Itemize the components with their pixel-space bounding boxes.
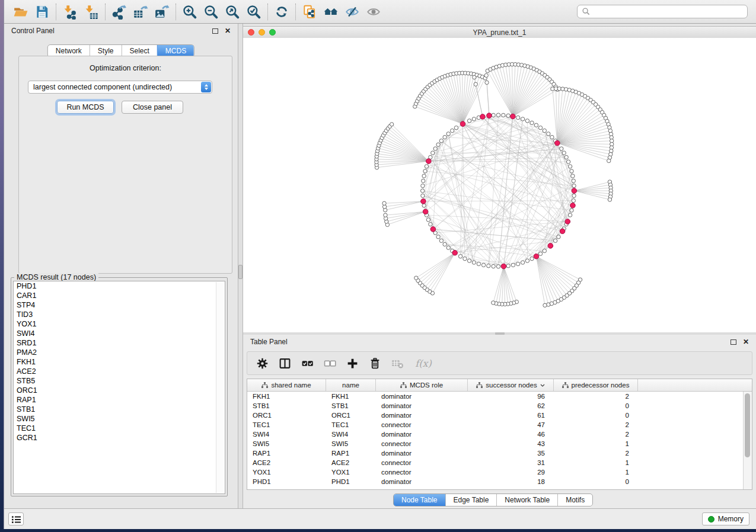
close-window-icon[interactable]	[248, 29, 254, 36]
add-icon[interactable]	[346, 357, 359, 370]
show-all-icon[interactable]	[363, 2, 384, 21]
graph-node	[571, 174, 575, 178]
network-canvas[interactable]	[243, 38, 756, 333]
tab-motifs[interactable]: Motifs	[557, 494, 592, 506]
export-image-icon[interactable]	[151, 2, 173, 21]
graph-node	[467, 119, 471, 123]
tab-network[interactable]: Network	[48, 45, 90, 57]
mcds-result-item[interactable]: YOX1	[14, 319, 225, 329]
float-panel-icon[interactable]	[731, 339, 736, 345]
search-field[interactable]	[577, 5, 748, 18]
table-row[interactable]: TEC1TEC1connector472	[247, 420, 752, 430]
graph-node	[550, 135, 554, 139]
scrollbar-thumb[interactable]	[745, 393, 750, 457]
table-cell: dominator	[376, 393, 468, 400]
column-header-successor-nodes[interactable]: successor nodes	[468, 379, 554, 391]
memory-label: Memory	[718, 515, 744, 523]
tab-edge-table[interactable]: Edge Table	[445, 494, 497, 506]
table-row[interactable]: YOX1YOX1connector291	[247, 467, 752, 477]
table-row[interactable]: ORC1ORC1dominator610	[247, 411, 752, 420]
graph-node	[568, 213, 572, 217]
zoom-fit-icon[interactable]	[222, 2, 243, 21]
mcds-result-item[interactable]: GCR1	[14, 433, 225, 443]
deselect-all-icon[interactable]	[323, 357, 336, 370]
graph-node	[433, 147, 437, 150]
mcds-result-list[interactable]: PHD1CAR1STP4TID3YOX1SWI4SRD1PMA2FKH1ACE2…	[13, 281, 225, 494]
mcds-result-item[interactable]: ORC1	[14, 386, 225, 395]
first-neighbors-icon[interactable]	[320, 2, 342, 21]
table-row[interactable]: STB1STB1dominator620	[247, 401, 752, 411]
tab-select[interactable]: Select	[122, 45, 157, 57]
table-cell: 29	[468, 469, 554, 476]
splitter-grip[interactable]	[238, 265, 243, 279]
refresh-layout-icon[interactable]	[271, 2, 292, 21]
mcds-result-item[interactable]: STP4	[14, 300, 225, 310]
network-window-titlebar[interactable]: YPA_prune.txt_1	[243, 27, 756, 39]
close-panel-icon[interactable]: ✕	[225, 28, 231, 34]
table-header: shared namenameMCDS rolesuccessor nodesp…	[247, 379, 752, 392]
mcds-result-item[interactable]: PMA2	[14, 348, 225, 357]
tab-mcds[interactable]: MCDS	[157, 45, 194, 57]
table-row[interactable]: FKH1FKH1dominator962	[247, 392, 752, 401]
tab-network-table[interactable]: Network Table	[496, 494, 557, 506]
mcds-result-item[interactable]: RAP1	[14, 395, 225, 405]
zoom-selected-icon[interactable]	[243, 2, 264, 21]
column-header-name[interactable]: name	[326, 379, 376, 391]
mcds-result-item[interactable]: SRD1	[14, 338, 225, 348]
show-column-panel-icon[interactable]	[278, 357, 291, 370]
mcds-result-item[interactable]: SWI5	[14, 414, 225, 424]
table-row[interactable]: SWI5SWI5connector431	[247, 439, 752, 448]
close-panel-icon[interactable]: ✕	[743, 339, 749, 345]
import-network-icon[interactable]	[59, 2, 81, 21]
import-table-icon[interactable]	[81, 2, 102, 21]
close-panel-button[interactable]: Close panel	[122, 101, 183, 114]
graph-node	[553, 239, 557, 242]
vertical-splitter[interactable]	[238, 24, 243, 508]
mcds-result-item[interactable]: TEC1	[14, 424, 225, 433]
delete-icon[interactable]	[368, 357, 381, 370]
tab-node-table[interactable]: Node Table	[394, 494, 445, 506]
run-mcds-button[interactable]: Run MCDS	[57, 101, 114, 114]
minimize-window-icon[interactable]	[259, 29, 265, 36]
table-row[interactable]: PHD1PHD1dominator180	[247, 477, 752, 486]
open-file-icon[interactable]	[10, 2, 31, 21]
export-table-icon[interactable]	[130, 2, 151, 21]
table-cell: TEC1	[326, 421, 376, 428]
graph-node	[431, 151, 435, 155]
save-session-icon[interactable]	[31, 2, 53, 21]
node-table[interactable]: shared namenameMCDS rolesuccessor nodesp…	[247, 379, 752, 490]
memory-button[interactable]: Memory	[702, 512, 749, 525]
mcds-result-item[interactable]: SWI4	[14, 329, 225, 338]
table-settings-icon[interactable]	[256, 357, 269, 370]
list-scrollbar[interactable]	[216, 282, 224, 493]
mcds-result-item[interactable]: TID3	[14, 310, 225, 319]
search-input[interactable]	[594, 7, 743, 17]
maximize-window-icon[interactable]	[269, 29, 276, 36]
mcds-result-item[interactable]: FKH1	[14, 357, 225, 367]
column-header-shared-name[interactable]: shared name	[247, 379, 326, 391]
tab-style[interactable]: Style	[90, 45, 122, 57]
graph-node	[446, 246, 450, 249]
table-row[interactable]: RAP1RAP1dominator352	[247, 448, 752, 458]
zoom-in-icon[interactable]	[179, 2, 200, 21]
select-all-icon[interactable]	[301, 357, 314, 370]
mcds-result-item[interactable]: CAR1	[14, 291, 225, 300]
mcds-result-item[interactable]: STB5	[14, 376, 225, 386]
task-history-button[interactable]	[8, 512, 24, 525]
table-scrollbar[interactable]	[743, 392, 752, 489]
hide-selected-icon[interactable]	[342, 2, 363, 21]
clone-network-icon[interactable]	[299, 2, 320, 21]
graph-node	[506, 114, 510, 117]
table-panel-titlebar: Table Panel ✕	[243, 335, 756, 348]
mcds-result-item[interactable]: STB1	[14, 405, 225, 414]
mcds-result-item[interactable]: PHD1	[14, 281, 225, 291]
mcds-result-item[interactable]: ACE2	[14, 367, 225, 376]
table-row[interactable]: ACE2ACE2connector311	[247, 458, 752, 467]
float-panel-icon[interactable]	[212, 28, 218, 34]
table-row[interactable]: SWI4SWI4dominator462	[247, 430, 752, 439]
zoom-out-icon[interactable]	[200, 2, 222, 21]
export-network-icon[interactable]	[109, 2, 130, 21]
column-header-predecessor-nodes[interactable]: predecessor nodes	[554, 379, 638, 391]
column-header-MCDS-role[interactable]: MCDS role	[376, 379, 468, 391]
criterion-dropdown[interactable]: largest connected component (undirected)	[28, 81, 212, 94]
